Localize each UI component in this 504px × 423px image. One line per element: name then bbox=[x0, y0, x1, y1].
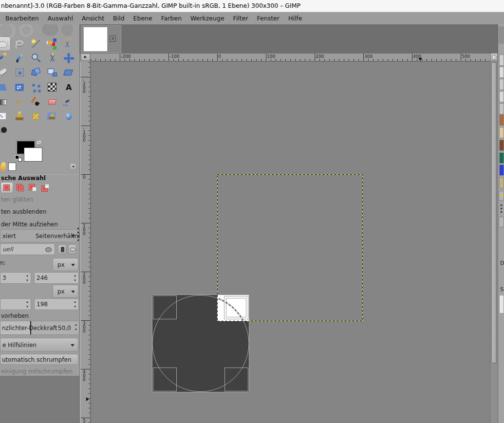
dock-grip[interactable] bbox=[501, 204, 502, 206]
menu-werkzeuge[interactable]: Werkzeuge bbox=[186, 12, 229, 24]
tool-paintbrush[interactable] bbox=[29, 95, 44, 110]
mode-subtract-button[interactable] bbox=[27, 183, 39, 193]
tool-align[interactable] bbox=[13, 66, 28, 80]
menu-ebene[interactable]: Ebene bbox=[129, 12, 157, 24]
fixed-value-entry[interactable]: uell bbox=[0, 243, 55, 255]
tool-eraser[interactable] bbox=[45, 95, 60, 110]
landscape-orientation-button[interactable] bbox=[68, 244, 76, 254]
tool-crop[interactable] bbox=[0, 66, 11, 80]
tool-color-picker[interactable] bbox=[13, 51, 28, 66]
pattern-thumbnail[interactable] bbox=[499, 165, 504, 176]
collapse-button[interactable]: ◂ bbox=[70, 163, 76, 170]
pattern-preview-swatch[interactable] bbox=[8, 163, 16, 171]
dock-button[interactable] bbox=[499, 217, 504, 227]
option-shrink-merged[interactable]: einigung mitschrumpfen bbox=[1, 368, 73, 375]
tool-cage-transform[interactable] bbox=[29, 80, 44, 95]
fixed-checkbox-label[interactable]: xiert bbox=[2, 233, 16, 239]
opacity-label: nzlichter-Deckkraft bbox=[2, 325, 57, 331]
tool-ink[interactable]: ✒ bbox=[61, 95, 76, 110]
mode-add-button[interactable] bbox=[15, 183, 26, 193]
position-unit-dropdown[interactable]: px bbox=[53, 258, 78, 271]
compass-icon bbox=[49, 55, 56, 61]
size-unit-dropdown[interactable]: px bbox=[53, 285, 78, 298]
menu-bearbeiten[interactable]: Bearbeiten bbox=[1, 12, 43, 24]
menu-bild[interactable]: Bild bbox=[109, 12, 129, 24]
tool-perspective-clone[interactable] bbox=[45, 110, 60, 124]
tool-rotate[interactable] bbox=[29, 66, 44, 80]
ruler-corner-button[interactable]: ▶ bbox=[81, 54, 90, 61]
tool-text[interactable]: A bbox=[61, 80, 76, 95]
menu-filter[interactable]: Filter bbox=[229, 12, 253, 24]
menu-ansicht[interactable]: Ansicht bbox=[77, 12, 109, 24]
menu-farben[interactable]: Farben bbox=[157, 12, 186, 24]
portrait-orientation-button[interactable] bbox=[58, 244, 66, 254]
canvas-area[interactable] bbox=[91, 61, 490, 423]
tool-perspective[interactable] bbox=[0, 80, 11, 95]
brush-thumbnail[interactable] bbox=[499, 91, 504, 102]
pattern-thumbnail[interactable] bbox=[499, 114, 504, 126]
tool-options-title: sche Auswahl bbox=[1, 175, 46, 182]
dock-tab-edge[interactable] bbox=[499, 26, 504, 44]
swap-colors-icon[interactable]: ⇄ bbox=[37, 139, 41, 146]
mode-replace-button[interactable] bbox=[0, 182, 13, 193]
tool-shear[interactable] bbox=[61, 66, 76, 80]
guides-value: e Hilfslinien bbox=[2, 342, 37, 349]
tool-clone[interactable] bbox=[13, 110, 28, 124]
option-expand-from-center[interactable]: der Mitte aufziehen bbox=[1, 221, 58, 228]
tool-measure[interactable] bbox=[45, 51, 60, 66]
highlight-opacity-slider[interactable]: nzlichter-Deckkraft 50,0 ▴▾ bbox=[0, 321, 79, 335]
brush-thumbnail[interactable] bbox=[499, 103, 504, 114]
brush-thumbnail[interactable] bbox=[499, 67, 504, 78]
perspective-icon bbox=[0, 84, 7, 91]
tool-heal[interactable] bbox=[29, 110, 44, 124]
tool-flip[interactable]: ⇄ bbox=[13, 80, 28, 95]
tool-blur-sharpen[interactable] bbox=[61, 110, 76, 124]
pattern-thumbnail[interactable] bbox=[499, 127, 504, 138]
menu-auswahl[interactable]: Auswahl bbox=[43, 12, 77, 24]
size-width-field[interactable]: ▴▾ bbox=[0, 298, 31, 310]
brush-thumbnail[interactable] bbox=[499, 55, 504, 66]
mode-intersect-button[interactable] bbox=[40, 183, 52, 193]
brush-thumbnail[interactable] bbox=[499, 79, 504, 90]
tool-zoom[interactable] bbox=[29, 51, 44, 66]
splitter-grip[interactable] bbox=[77, 228, 79, 229]
size-height-field[interactable]: 198 ▴▾ bbox=[34, 298, 79, 310]
image-tab[interactable]: ✕ bbox=[81, 25, 121, 53]
pattern-thumbnail[interactable] bbox=[499, 177, 504, 188]
option-highlight[interactable]: vorheben bbox=[1, 313, 29, 319]
position-x-field[interactable]: 3 ▴▾ bbox=[0, 272, 31, 284]
vertical-scrollbar[interactable] bbox=[490, 61, 498, 423]
background-color-swatch[interactable] bbox=[24, 147, 42, 162]
position-y-field[interactable]: 246 ▴▾ bbox=[34, 272, 79, 284]
tool-pencil[interactable]: ✏ bbox=[13, 95, 28, 110]
tool-scale[interactable] bbox=[45, 66, 60, 80]
option-feather-edges[interactable]: ten ausblenden bbox=[1, 208, 46, 215]
tool-warp[interactable] bbox=[45, 80, 60, 95]
close-icon[interactable]: ✕ bbox=[110, 36, 116, 42]
tool-free-select[interactable] bbox=[13, 37, 28, 51]
menu-fenster[interactable]: Fenster bbox=[253, 12, 284, 24]
pencil-icon: ✏ bbox=[14, 96, 23, 107]
tool-select-by-color[interactable] bbox=[45, 37, 60, 51]
tool-dodge-burn[interactable] bbox=[0, 124, 11, 139]
tool-scissors-select[interactable]: ✂ bbox=[61, 37, 76, 51]
vertical-ruler[interactable]: -200 -100 0 100 200 300 400 500 bbox=[80, 61, 91, 423]
tool-ellipse-select[interactable] bbox=[0, 37, 11, 51]
tool-move[interactable] bbox=[61, 51, 76, 66]
tool-paths[interactable]: ✒ bbox=[0, 51, 11, 66]
zoom-follows-window-button[interactable] bbox=[490, 53, 498, 61]
tool-fuzzy-select[interactable] bbox=[29, 37, 44, 51]
auto-shrink-button[interactable]: utomatisch schrumpfen bbox=[0, 354, 78, 365]
scrollbar-thumb[interactable] bbox=[491, 62, 497, 363]
tool-smudge[interactable]: ∿ bbox=[0, 110, 11, 124]
brush-preview-icon[interactable] bbox=[0, 162, 6, 171]
option-antialiasing[interactable]: ten glätten bbox=[1, 196, 33, 203]
pattern-thumbnail[interactable] bbox=[499, 152, 504, 164]
pattern-thumbnail[interactable] bbox=[499, 140, 504, 151]
horizontal-ruler[interactable]: -200 -100 0 100 200 300 400 500 bbox=[91, 54, 490, 61]
collapse-icon: ◂ bbox=[72, 164, 74, 168]
guides-dropdown[interactable]: e Hilfslinien bbox=[0, 338, 78, 351]
menu-hilfe[interactable]: Hilfe bbox=[284, 12, 306, 24]
fixed-aspect-combo[interactable]: xiert Seitenverhältnis bbox=[0, 229, 78, 242]
tool-gradient[interactable] bbox=[0, 95, 11, 110]
